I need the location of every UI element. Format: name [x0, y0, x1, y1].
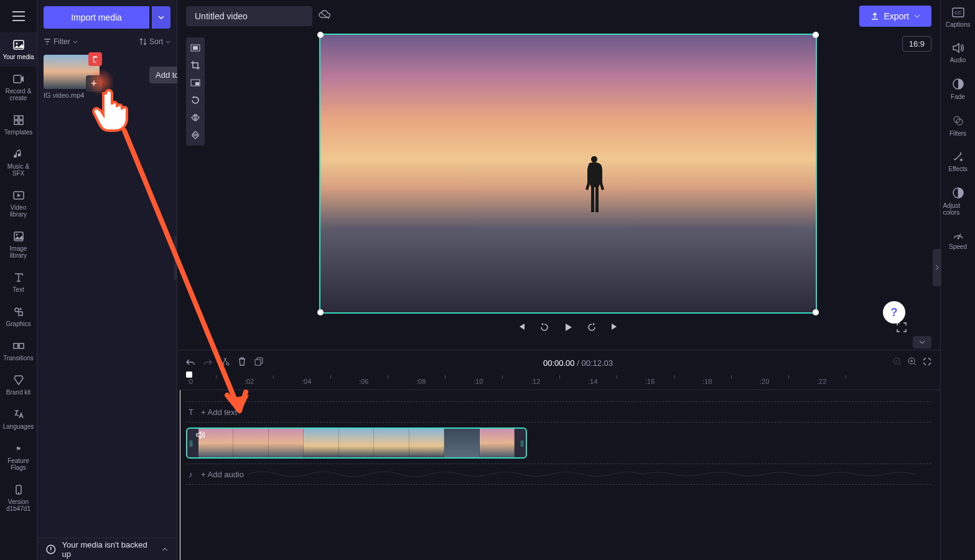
resize-handle-br[interactable] [813, 309, 819, 315]
cloud-sync-icon[interactable] [319, 10, 331, 22]
rewind-button[interactable] [539, 322, 549, 335]
ruler-label: :16 [645, 378, 655, 385]
text-track[interactable]: T + Add text [186, 401, 931, 422]
collapse-right-panel[interactable] [933, 249, 941, 286]
skip-end-button[interactable] [610, 322, 619, 335]
rail-image-library[interactable]: Image library [0, 224, 37, 265]
sort-button[interactable]: Sort [139, 37, 170, 46]
playhead-line [180, 390, 180, 560]
rail-video-library[interactable]: Video library [0, 183, 37, 224]
right-captions[interactable]: CC Captions [941, 0, 976, 35]
rail-templates[interactable]: Templates [0, 108, 37, 142]
clip-trim-right[interactable]: || [518, 429, 526, 457]
plus-icon: + [91, 78, 96, 89]
ruler-label: :18 [702, 378, 712, 385]
svg-rect-5 [14, 121, 18, 124]
import-media-button[interactable]: Import media [44, 6, 149, 29]
rail-feature-flags[interactable]: ⚑ Feature Flags [0, 436, 37, 477]
right-adjust-colors[interactable]: Adjust colors [941, 180, 976, 223]
ruler-label: :20 [760, 378, 769, 385]
rail-version[interactable]: Version d1b47d1 [0, 477, 37, 518]
preview-settings-dropdown[interactable] [913, 336, 931, 348]
clip-trim-left[interactable]: || [187, 429, 195, 457]
svg-rect-3 [14, 116, 18, 119]
rail-brand-kit[interactable]: Brand kit [0, 368, 37, 402]
delete-clip-button[interactable] [238, 357, 246, 368]
effects-icon [953, 152, 963, 163]
rail-label: Languages [3, 423, 34, 430]
rail-transitions[interactable]: Transitions [0, 334, 37, 368]
fullscreen-button[interactable] [897, 322, 907, 335]
split-button[interactable] [221, 357, 230, 368]
forward-button[interactable] [587, 322, 597, 335]
chevron-down-icon [166, 40, 170, 44]
timeline-time-display: 00:00.00 / 00:12.03 [272, 358, 884, 368]
media-thumbnail[interactable]: + [44, 55, 100, 89]
right-filters[interactable]: Filters [941, 108, 976, 144]
ruler-tick [216, 375, 217, 379]
video-clip[interactable]: || || [186, 427, 527, 459]
rail-label: Text [12, 286, 24, 293]
flip-h-tool[interactable] [186, 110, 205, 126]
right-effects[interactable]: Effects [941, 144, 976, 180]
hamburger-menu[interactable] [0, 0, 37, 32]
right-audio[interactable]: Audio [941, 35, 976, 71]
fit-tool[interactable] [186, 40, 205, 56]
zoom-out-button[interactable] [893, 357, 902, 368]
rail-label: Graphics [6, 320, 30, 327]
backup-warning-bar[interactable]: Your media isn't backed up [37, 538, 177, 560]
svg-point-30 [956, 119, 963, 125]
rail-label: Image library [2, 245, 35, 259]
ruler-label: :14 [588, 378, 597, 385]
rail-graphics[interactable]: Graphics [0, 299, 37, 334]
undo-button[interactable] [186, 357, 195, 368]
svg-point-21 [222, 363, 224, 365]
aspect-ratio-button[interactable]: 16:9 [902, 36, 931, 52]
resize-handle-tl[interactable] [317, 32, 324, 38]
svg-rect-2 [14, 75, 21, 83]
export-button[interactable]: Export [859, 6, 931, 27]
zoom-fit-button[interactable] [923, 357, 931, 368]
svg-point-29 [954, 116, 960, 123]
flip-h-icon [191, 114, 200, 121]
audio-track[interactable]: ♪ + Add audio [186, 464, 931, 485]
rotate-tool[interactable] [186, 92, 205, 108]
flip-v-tool[interactable] [186, 127, 205, 143]
crop-tool[interactable] [186, 57, 205, 73]
ruler-tick [502, 375, 503, 379]
help-button[interactable]: ? [883, 301, 905, 324]
sort-label: Sort [149, 37, 163, 46]
play-button[interactable] [563, 322, 573, 335]
media-item[interactable]: + IG video.mp4 [44, 55, 100, 99]
redo-button[interactable] [203, 357, 212, 368]
rail-your-media[interactable]: Your media [0, 32, 37, 67]
ruler-tick [330, 375, 331, 379]
rail-record-create[interactable]: Record & create [0, 67, 37, 108]
import-media-dropdown[interactable] [152, 6, 170, 29]
pip-tool[interactable] [186, 75, 205, 91]
playhead[interactable] [186, 371, 192, 378]
record-icon [12, 73, 25, 85]
rail-languages[interactable]: Languages [0, 402, 37, 436]
video-preview[interactable] [319, 34, 817, 314]
zoom-in-button[interactable] [908, 357, 917, 368]
svg-rect-4 [19, 116, 23, 119]
ruler-tick [273, 375, 274, 379]
rail-music-sfx[interactable]: Music & SFX [0, 142, 37, 183]
duplicate-button[interactable] [254, 357, 263, 368]
sort-icon [139, 38, 147, 45]
resize-handle-tr[interactable] [813, 32, 819, 38]
resize-handle-bl[interactable] [317, 309, 324, 315]
right-label: Adjust colors [943, 202, 973, 216]
skip-start-button[interactable] [517, 322, 526, 335]
project-title-input[interactable] [186, 6, 312, 26]
svg-point-22 [226, 363, 229, 365]
add-to-timeline-button[interactable]: + [86, 75, 102, 91]
right-label: Speed [949, 243, 967, 250]
rail-text[interactable]: Text [0, 265, 37, 299]
delete-media-button[interactable] [88, 52, 102, 66]
right-fade[interactable]: Fade [941, 71, 976, 108]
right-speed[interactable]: Speed [941, 223, 976, 258]
filter-button[interactable]: Filter [44, 37, 78, 46]
timeline-ruler[interactable]: :0:02:04:06:08:10:12:14:16:18:20:22 [177, 375, 940, 390]
